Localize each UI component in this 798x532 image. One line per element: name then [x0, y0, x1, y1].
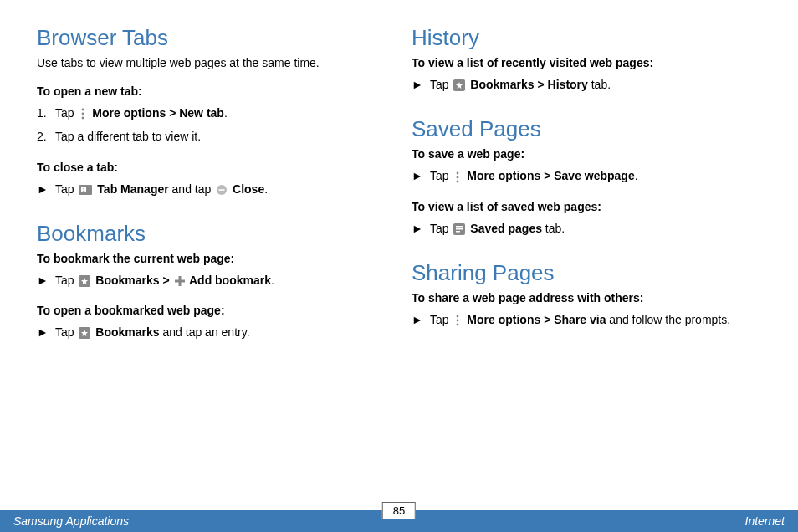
- bullet-marker: ►: [412, 76, 423, 93]
- heading-browser-tabs: Browser Tabs: [37, 25, 386, 51]
- bullet-marker: ►: [412, 220, 423, 237]
- text: Tap: [430, 222, 452, 235]
- bookmarks-icon: [79, 275, 90, 287]
- text: Bookmarks: [92, 274, 159, 287]
- more-options-icon: [453, 171, 462, 183]
- text: Tap: [55, 325, 77, 339]
- block-bookmark-current: To bookmark the current web page: ► Tap …: [37, 252, 386, 289]
- tab-manager-icon: 1: [79, 185, 92, 195]
- block-save-page: To save a web page: ► Tap More options >…: [412, 147, 761, 184]
- subheading-bookmark: To bookmark the current web page:: [37, 252, 386, 265]
- svg-point-16: [457, 171, 459, 174]
- bullet-sharing: ► Tap More options > Share via and follo…: [412, 311, 761, 328]
- bullet-marker: ►: [37, 324, 49, 340]
- close-icon: [216, 184, 228, 196]
- text: More options: [463, 169, 540, 182]
- text: History: [548, 78, 588, 91]
- text: More options: [89, 106, 166, 120]
- text: Tap a different tab to view it.: [55, 130, 201, 143]
- section-saved: Saved Pages To save a web page: ► Tap Mo…: [412, 116, 761, 237]
- text: tab.: [542, 222, 565, 235]
- text: Tap: [55, 274, 77, 287]
- text: Tap: [430, 78, 452, 91]
- bullet-marker: ►: [37, 272, 49, 289]
- bullet-bookmark: ► Tap Bookmarks > Add bookmark.: [37, 272, 386, 289]
- text: Tap: [55, 182, 77, 196]
- bullet-marker: ►: [37, 181, 49, 197]
- subheading-sharing: To share a web page address with others:: [412, 291, 761, 304]
- text: Tap: [430, 313, 452, 326]
- svg-rect-11: [175, 280, 185, 283]
- text: >: [540, 313, 554, 326]
- text: >: [540, 169, 554, 182]
- heading-bookmarks: Bookmarks: [37, 221, 386, 247]
- subheading-open-tab: To open a new tab:: [37, 84, 386, 98]
- svg-point-0: [82, 109, 84, 111]
- text: and follow the prompts.: [606, 313, 730, 326]
- text: .: [271, 274, 274, 287]
- footer: Samsung Applications 85 Internet: [0, 510, 798, 532]
- text: Add bookmark: [187, 274, 271, 287]
- section-sharing: Sharing Pages To share a web page addres…: [412, 260, 761, 328]
- svg-rect-21: [456, 228, 463, 230]
- svg-point-25: [457, 324, 459, 326]
- bookmarks-icon: [453, 79, 465, 91]
- svg-point-18: [457, 180, 459, 182]
- bookmarks-icon: [79, 327, 90, 339]
- text: >: [160, 274, 173, 287]
- svg-point-23: [457, 315, 459, 318]
- subheading-history: To view a list of recently visited web p…: [412, 56, 761, 69]
- text: .: [635, 169, 638, 182]
- section-bookmarks: Bookmarks To bookmark the current web pa…: [37, 221, 386, 341]
- step-2: 2. Tap a different tab to view it.: [37, 128, 386, 145]
- page-content: Browser Tabs Use tabs to view multiple w…: [0, 0, 798, 480]
- text: and tap an entry.: [160, 325, 250, 339]
- svg-rect-20: [456, 226, 463, 228]
- text: More options: [463, 313, 540, 326]
- svg-point-24: [457, 320, 459, 322]
- right-column: History To view a list of recently visit…: [412, 25, 761, 480]
- saved-pages-icon: [453, 223, 465, 235]
- text: Tab Manager: [94, 182, 168, 196]
- text: Tap: [55, 106, 77, 120]
- text: Tap: [430, 169, 452, 182]
- text: Share via: [554, 313, 606, 326]
- subheading-save: To save a web page:: [412, 147, 761, 161]
- text: >: [166, 106, 179, 120]
- text: .: [224, 106, 228, 120]
- page-number: 85: [382, 502, 416, 519]
- block-sharing: To share a web page address with others:…: [412, 291, 761, 328]
- left-column: Browser Tabs Use tabs to view multiple w…: [37, 25, 386, 480]
- text: and tap: [169, 182, 215, 196]
- text: Saved pages: [467, 222, 542, 235]
- block-open-tab: To open a new tab: 1. Tap More options >…: [37, 84, 386, 146]
- block-close-tab: To close a tab: ► Tap 1 Tab Manager and …: [37, 161, 386, 197]
- text: tab.: [588, 78, 611, 91]
- subheading-open-bookmark: To open a bookmarked web page:: [37, 304, 386, 317]
- bullet-marker: ►: [412, 167, 423, 184]
- text: New tab: [179, 106, 224, 120]
- bullet-view-saved: ► Tap Saved pages tab.: [412, 220, 761, 237]
- text: Bookmarks: [467, 78, 534, 91]
- text: Save webpage: [554, 169, 635, 182]
- text: Close: [229, 182, 264, 196]
- more-options-icon: [453, 315, 462, 326]
- bullet-marker: ►: [412, 311, 423, 328]
- subheading-close-tab: To close a tab:: [37, 161, 386, 174]
- svg-point-17: [457, 176, 459, 178]
- footer-left: Samsung Applications: [0, 514, 399, 528]
- svg-point-2: [82, 117, 84, 120]
- section-browser-tabs: Browser Tabs Use tabs to view multiple w…: [37, 25, 386, 197]
- step-1: 1. Tap More options > New tab.: [37, 105, 386, 121]
- block-view-saved: To view a list of saved web pages: ► Tap…: [412, 200, 761, 237]
- svg-rect-7: [219, 189, 225, 191]
- text-intro: Use tabs to view multiple web pages at t…: [37, 56, 386, 69]
- text: >: [535, 78, 548, 91]
- bullet-history: ► Tap Bookmarks > History tab.: [412, 76, 761, 93]
- heading-saved: Saved Pages: [412, 116, 761, 142]
- text: Bookmarks: [92, 325, 159, 339]
- more-options-icon: [79, 108, 87, 120]
- section-history: History To view a list of recently visit…: [412, 25, 761, 93]
- step-number: 2.: [37, 128, 47, 145]
- bullet-open-bookmark: ► Tap Bookmarks and tap an entry.: [37, 324, 386, 340]
